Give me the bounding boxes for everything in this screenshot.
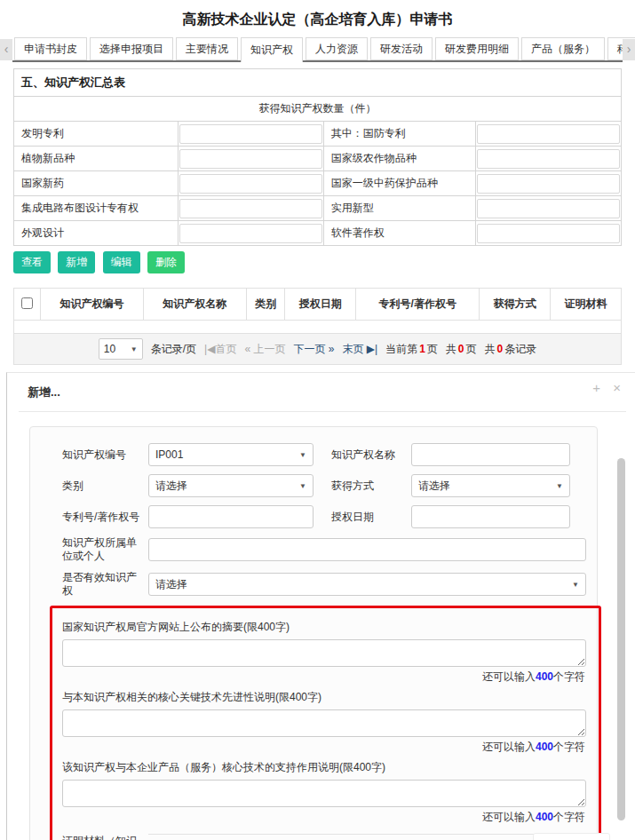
delete-button[interactable]: 删除: [147, 251, 185, 273]
dialog-scrollbar-thumb[interactable]: [617, 458, 625, 820]
advancement-textarea[interactable]: [62, 709, 586, 737]
support-textarea[interactable]: [62, 780, 586, 807]
category-select[interactable]: 请选择 ▼: [148, 474, 314, 497]
count-input-defense-patent[interactable]: [477, 124, 620, 144]
column-header: 授权日期: [285, 289, 356, 321]
chevron-down-icon: ▼: [131, 345, 138, 353]
obtain-method-select[interactable]: 请选择 ▼: [411, 474, 570, 497]
tab-rd-expense-detail[interactable]: 研发费用明细: [435, 37, 519, 60]
first-page-link[interactable]: |◀首页: [204, 342, 236, 357]
count-input-software-copyright[interactable]: [477, 224, 620, 243]
row-label: 国家新药: [14, 171, 179, 196]
records-header-row: 知识产权编号 知识产权名称 类别 授权日期 专利号/著作权号 获得方式 证明材料: [14, 289, 622, 321]
patent-number-label: 专利号/著作权号: [62, 511, 145, 524]
tab-bar: ‹ 申请书封皮 选择申报项目 主要情况 知识产权 人力资源 研发活动 研发费用明…: [0, 37, 635, 62]
pagination-bar: 10 ▼ 条记录/页 |◀首页 « 上一页 下一页 » 末页 ▶| 当前第1页 …: [14, 338, 621, 360]
current-page-text: 当前第1页: [385, 342, 438, 357]
ip-number-value: IP001: [155, 448, 183, 461]
close-icon[interactable]: ×: [613, 380, 621, 395]
last-page-link[interactable]: 末页 ▶|: [342, 342, 377, 357]
column-header: 知识产权编号: [41, 289, 144, 321]
remaining-count: 400: [536, 741, 553, 753]
view-button[interactable]: 查看: [13, 251, 51, 273]
tabs-scroll-right-icon[interactable]: ›: [623, 39, 635, 60]
back-to-top-button[interactable]: ▲返回顶部: [533, 833, 610, 840]
obtain-method-value: 请选择: [418, 479, 450, 494]
tabs-scroll-left-icon[interactable]: ‹: [0, 39, 12, 60]
summary-subheader: 获得知识产权数量（件）: [14, 97, 622, 122]
maximize-icon[interactable]: +: [592, 380, 600, 395]
tab-intellectual-property[interactable]: 知识产权: [241, 37, 303, 62]
advancement-char-counter: 还可以输入400个字符: [62, 740, 585, 755]
tab-product-service[interactable]: 产品（服务）: [521, 37, 605, 60]
count-input-design[interactable]: [179, 224, 322, 243]
ip-records-table: 知识产权编号 知识产权名称 类别 授权日期 专利号/著作权号 获得方式 证明材料…: [13, 288, 622, 365]
proof-material-label: 证明材料（知识产权证书及反映技术水平的证明材料等）: [62, 834, 145, 840]
owner-label: 知识产权所属单位或个人: [62, 536, 145, 563]
per-page-label: 条记录/页: [151, 342, 196, 357]
current-page-number: 1: [417, 343, 427, 355]
abstract-textarea[interactable]: [62, 639, 586, 667]
total-records-text: 共0条记录: [485, 342, 537, 357]
edit-button[interactable]: 编辑: [103, 251, 140, 273]
ip-number-select[interactable]: IP001 ▼: [148, 443, 314, 466]
ip-summary-table: 五、知识产权汇总表 获得知识产权数量（件） 发明专利 其中：国防专利 植物新品种…: [13, 68, 622, 246]
add-ip-dialog: 新增... + × 知识产权编号 IP001 ▼ 知识产权名称 类别 请选择 ▼…: [6, 372, 635, 840]
tab-human-resources[interactable]: 人力资源: [306, 37, 368, 60]
column-header: 专利号/著作权号: [356, 289, 480, 321]
select-all-checkbox[interactable]: [21, 297, 33, 309]
column-header: 类别: [246, 289, 285, 321]
remaining-count: 400: [536, 670, 553, 683]
tab-main-situation[interactable]: 主要情况: [176, 37, 238, 60]
owner-input[interactable]: [148, 538, 586, 561]
tab-select-project[interactable]: 选择申报项目: [90, 37, 173, 60]
remaining-count: 400: [536, 811, 553, 823]
row-label: 外观设计: [14, 221, 179, 246]
column-header: 证明材料: [551, 289, 622, 321]
count-input-utility-model[interactable]: [477, 199, 620, 218]
count-input-tcm-protection[interactable]: [477, 174, 620, 194]
highlight-red-box: 国家知识产权局官方网站上公布的摘要(限400字) 还可以输入400个字符 与本知…: [50, 606, 601, 840]
tab-application-cover[interactable]: 申请书封皮: [14, 37, 87, 60]
page-size-value: 10: [104, 343, 115, 355]
count-input-ic-layout[interactable]: [179, 199, 322, 218]
count-input-new-drug[interactable]: [179, 174, 322, 194]
row-label: 植物新品种: [14, 147, 179, 171]
valid-ip-select[interactable]: 请选择 ▼: [148, 573, 586, 596]
category-value: 请选择: [155, 479, 187, 494]
column-header: 获得方式: [480, 289, 551, 321]
upload-section: 证明材料（知识产权证书及反映技术水平的证明材料等） 选择文件 开始上传 附件信息…: [62, 834, 586, 840]
row-label: 国家级农作物品种: [323, 147, 475, 171]
support-char-counter: 还可以输入400个字符: [62, 810, 585, 825]
chevron-down-icon: ▼: [299, 482, 306, 490]
ip-name-label: 知识产权名称: [331, 448, 408, 462]
total-pages-number: 0: [456, 343, 466, 355]
count-input-crop-variety[interactable]: [477, 149, 620, 169]
patent-number-input[interactable]: [148, 505, 314, 528]
row-label: 软件著作权: [323, 221, 475, 246]
obtain-method-label: 获得方式: [331, 479, 408, 493]
category-label: 类别: [62, 479, 145, 493]
total-pages-text: 共0页: [446, 342, 477, 357]
page-size-select[interactable]: 10 ▼: [99, 338, 143, 360]
auth-date-label: 授权日期: [331, 511, 408, 524]
support-textarea-label: 该知识产权与本企业产品（服务）核心技术的支持作用说明(限400字): [62, 760, 586, 775]
records-toolbar: 查看 新增 编辑 删除: [13, 251, 622, 273]
dialog-form-panel: 知识产权编号 IP001 ▼ 知识产权名称 类别 请选择 ▼ 获得方式 请选择 …: [29, 426, 598, 840]
section-title: 五、知识产权汇总表: [14, 69, 622, 97]
next-page-link[interactable]: 下一页 »: [293, 342, 334, 357]
count-input-plant-variety[interactable]: [179, 149, 322, 169]
prev-page-link[interactable]: « 上一页: [244, 342, 285, 357]
chevron-down-icon: ▼: [556, 482, 563, 490]
count-input-invention-patent[interactable]: [179, 124, 322, 144]
dialog-divider: [19, 411, 626, 412]
tab-rd-activities[interactable]: 研发活动: [370, 37, 433, 60]
ip-name-input[interactable]: [411, 443, 570, 466]
abstract-char-counter: 还可以输入400个字符: [62, 670, 585, 685]
row-label: 其中：国防专利: [323, 122, 475, 147]
page-title: 高新技术企业认定（高企培育入库）申请书: [0, 0, 635, 29]
valid-ip-value: 请选择: [155, 577, 187, 592]
auth-date-input[interactable]: [411, 505, 570, 528]
row-label: 国家一级中药保护品种: [323, 171, 475, 196]
add-button[interactable]: 新增: [58, 251, 95, 273]
